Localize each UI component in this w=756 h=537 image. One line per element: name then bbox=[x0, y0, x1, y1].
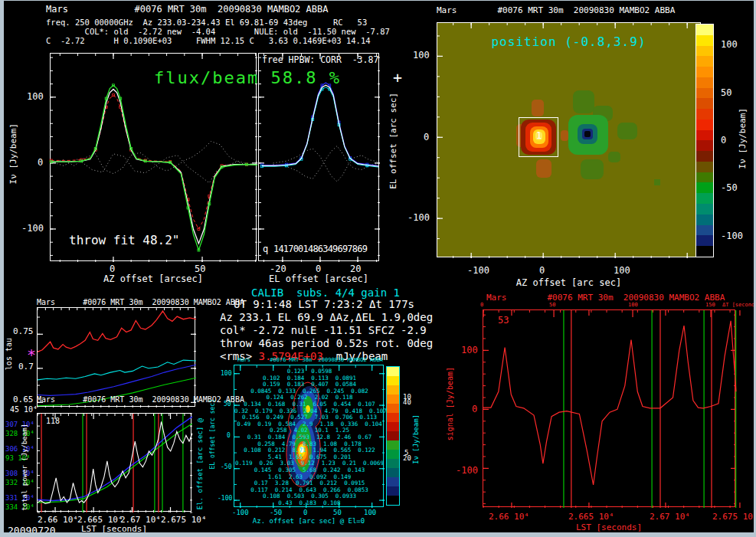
calib-line: CALIB subs. 4/4 gain 1 bbox=[203, 287, 448, 299]
map-panel: 1 bbox=[437, 22, 701, 257]
map-ylabel: EL offset [arc sec] bbox=[388, 93, 398, 189]
tau-header: Mars #0076 MRT 30m 20090830 MAMBO2 ABBA bbox=[37, 298, 244, 306]
colorbar-segment bbox=[696, 46, 713, 57]
colorbar-segment bbox=[696, 193, 713, 204]
map-ytick-m100: -100 bbox=[407, 212, 430, 223]
power-xlabel: LST [seconds] bbox=[37, 524, 191, 532]
tau-star-marker: * bbox=[27, 345, 36, 364]
power-plot-svg bbox=[38, 414, 192, 512]
signal-ytick-100: 100 bbox=[461, 345, 478, 355]
signal-xtick-0: 2.66 10⁴ bbox=[489, 512, 529, 522]
colorbar-segment bbox=[696, 214, 713, 225]
col-nule-line: col* -2.72 nulE -11.51 SFCZ -2.9 bbox=[220, 324, 427, 336]
colorbar-segment bbox=[696, 88, 713, 99]
map-colorbar bbox=[695, 24, 714, 257]
az-ytick-0: 0 bbox=[38, 157, 43, 168]
throw-period-line: throw 46as period 0.52s rot. 0deg bbox=[220, 337, 433, 349]
el-xtick-20: 20 bbox=[350, 264, 361, 274]
az-ytick-100: 100 bbox=[27, 91, 44, 102]
ut-lst-line: UT 9:1:48 LST 7:23:2 Δt 177s bbox=[234, 298, 414, 310]
colorbar-segment bbox=[696, 172, 713, 183]
colorbar-segment bbox=[696, 56, 713, 67]
heat-cbar-tick-40: 40 bbox=[403, 398, 411, 406]
colorbar-segment bbox=[696, 246, 713, 257]
heat-ytick: -50 bbox=[221, 463, 231, 470]
heat-xtick: 50 bbox=[333, 509, 342, 516]
power-corner-tick: 45 10⁴ bbox=[10, 405, 38, 414]
map-xtick-100: 100 bbox=[614, 265, 630, 276]
colorbar-segment bbox=[696, 109, 713, 120]
colorbar-segment bbox=[387, 385, 399, 395]
heat-ytick: -100 bbox=[218, 495, 232, 502]
power-ytick-blue: 307 10⁴ bbox=[5, 421, 34, 428]
map-cbar-tick-50: 50 bbox=[721, 87, 731, 98]
map-cbar-label: Iν [Jy/beam] bbox=[738, 108, 748, 169]
colorbar-segment bbox=[387, 459, 399, 468]
tau-plot-svg bbox=[38, 308, 196, 408]
map-xlabel: AZ offset [arc sec] bbox=[437, 277, 701, 288]
heat-xtick: -100 bbox=[232, 509, 249, 516]
colorbar-segment bbox=[696, 120, 713, 130]
colorbar-segment bbox=[696, 67, 713, 77]
signal-ytick-0: 0 bbox=[472, 404, 477, 414]
map-header: Mars #0076 MRT 30m 20090830 MAMBO2 ABBA bbox=[437, 5, 675, 15]
power-ytick-green: 334 10⁴ bbox=[5, 503, 34, 511]
colorbar-segment bbox=[387, 431, 399, 440]
position-annotation: position (-0.8,3.9) bbox=[437, 34, 701, 49]
scan-id-number: 1417001486349697869 bbox=[273, 244, 367, 254]
heat-ytick: 0 bbox=[227, 432, 231, 439]
colorbar-segment bbox=[387, 404, 399, 413]
power-right-label: El. offset [arc sec] @ bbox=[196, 418, 204, 509]
signal-xtick-2: 2.67 10⁴ bbox=[650, 512, 690, 522]
obs-header-line3: COL*: old -2.72 new -4.04 NULE: old -11.… bbox=[46, 27, 390, 36]
heat-xtick: -50 bbox=[270, 509, 282, 516]
signal-top-tick: 50 bbox=[549, 302, 555, 308]
colorbar-segment bbox=[696, 182, 713, 193]
colorbar-segment bbox=[387, 422, 399, 431]
colorbar-segment bbox=[387, 413, 399, 422]
signal-xlabel: LST [seconds] bbox=[483, 522, 735, 532]
tau-ytick-065: 0.65 bbox=[13, 395, 34, 404]
colorbar-segment bbox=[387, 367, 399, 376]
colorbar-segment bbox=[387, 450, 399, 459]
colorbar-segment bbox=[387, 477, 399, 486]
obs-header-line1: Mars #0076 MRT 30m 20090830 MAMBO2 ABBA bbox=[46, 4, 328, 15]
hpbw-header: free HPBW: CORR -3.87 bbox=[262, 54, 378, 65]
colorbar-segment bbox=[696, 204, 713, 214]
signal-header: Mars #0076 MRT 30m 20090830 MAMBO2 ABBA bbox=[486, 293, 725, 303]
colorbar-segment bbox=[696, 225, 713, 236]
power-ytick-blue: 308 10⁴ bbox=[5, 470, 34, 477]
q-label: q bbox=[263, 244, 268, 254]
throw-fit-annotation: throw fit 48.2" bbox=[69, 233, 180, 247]
power-ytick-blue: 331 10⁴ bbox=[5, 494, 34, 502]
map-ytick-100: 100 bbox=[413, 50, 430, 61]
power-ytick-green: 328 10⁴ bbox=[5, 430, 34, 437]
map-cbar-tick-m50: -50 bbox=[721, 182, 738, 193]
heat-header: Mars #0076 MRT 30m 20090830 MAMBO2 ABBA bbox=[234, 357, 387, 363]
signal-xtick-1: 2.665 10⁴ bbox=[568, 512, 614, 522]
signal-top-tick: 100 bbox=[628, 302, 638, 308]
colorbar-segment bbox=[696, 151, 713, 162]
colorbar-segment bbox=[696, 35, 713, 46]
power-header: Mars #0076 MRT 30m 20090830 MAMBO2 ABBA bbox=[37, 395, 244, 404]
colorbar-segment bbox=[696, 25, 713, 35]
heat-xtick: 100 bbox=[364, 509, 376, 516]
az-ytick-m100: -100 bbox=[21, 223, 44, 234]
power-ylabel: total power [Jy/beam] bbox=[21, 424, 28, 511]
el-xlabel: EL offset [arcsec] bbox=[258, 273, 379, 284]
heat-cbar-tick-20: 20 bbox=[403, 454, 411, 462]
el-xtick-m20: -20 bbox=[270, 264, 286, 274]
signal-panel bbox=[483, 309, 735, 507]
colorbar-segment bbox=[696, 235, 713, 246]
obs-header-line4: C -2.72 H 0.1090E+03 FWHM 12.15 C 3.63 0… bbox=[46, 36, 371, 45]
signal-inplot-number: 53 bbox=[498, 315, 509, 326]
power-panel bbox=[37, 413, 191, 512]
colorbar-segment bbox=[696, 140, 713, 151]
colorbar-segment bbox=[387, 496, 399, 505]
az-ylabel: Iν [Jy/beam] bbox=[8, 123, 18, 184]
el-xtick-0: 0 bbox=[316, 264, 321, 274]
colorbar-segment bbox=[696, 98, 713, 109]
heat-colorbar bbox=[386, 366, 400, 506]
az-xlabel: AZ offset [arcsec] bbox=[50, 273, 257, 284]
heat-cbar-label: Iν [Jy/beam] bbox=[412, 414, 420, 464]
